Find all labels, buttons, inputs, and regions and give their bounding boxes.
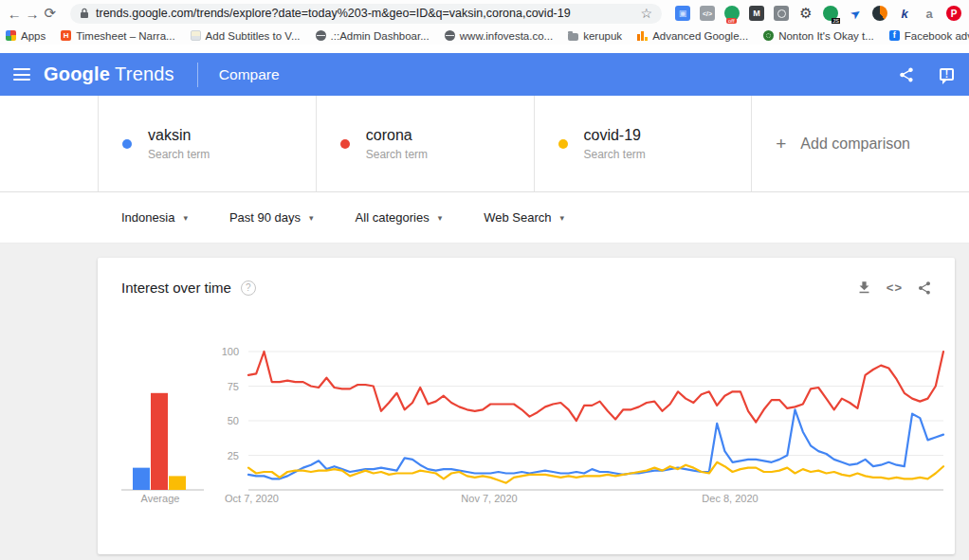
bookmark-admin-dashboard[interactable]: .::Admin Dashboar... [316, 30, 430, 42]
filter-time-range[interactable]: Past 90 days ▾ [229, 210, 314, 225]
comparison-row: vaksin Search term corona Search term co… [0, 96, 969, 192]
plus-icon: + [776, 134, 786, 154]
bookmark-add-subtitles[interactable]: Add Subtitles to V... [191, 30, 301, 42]
gear-extension-icon[interactable] [798, 6, 814, 21]
embed-code-icon[interactable]: <> [887, 280, 903, 295]
url-bar[interactable]: trends.google.com/trends/explore?date=to… [70, 4, 662, 24]
subtitles-favicon-icon [191, 30, 201, 41]
interest-over-time-card: Interest over time ? <> 255075100Average… [98, 258, 955, 554]
filter-category[interactable]: All categories ▾ [356, 210, 443, 225]
svg-text:75: 75 [228, 381, 239, 392]
bookmark-label: Timesheet – Narra... [76, 30, 174, 42]
mail-extension-icon[interactable] [749, 6, 764, 21]
term-subtitle: Search term [366, 148, 428, 161]
svg-text:Nov 7, 2020: Nov 7, 2020 [461, 493, 517, 504]
trends-header: Google Trends Compare [0, 53, 969, 96]
apps-grid-icon [6, 30, 16, 41]
bookmark-advanced-google[interactable]: Advanced Google... [637, 30, 748, 42]
bookmark-nonton[interactable]: Nonton It's Okay t... [763, 30, 874, 42]
bookmark-infovesta[interactable]: www.infovesta.co... [445, 30, 553, 42]
share-icon[interactable] [898, 66, 915, 83]
bookmark-label: .::Admin Dashboar... [331, 30, 430, 42]
reload-icon[interactable]: ⟳ [41, 5, 59, 22]
menu-icon[interactable] [0, 68, 44, 81]
add-comparison-button[interactable]: + Add comparison [751, 96, 969, 191]
page-title: Compare [219, 66, 280, 83]
term-card-covid-19[interactable]: covid-19 Search term [534, 96, 752, 191]
feedback-icon[interactable] [940, 68, 954, 81]
filter-label: All categories [356, 210, 430, 225]
bookmark-label: Add Subtitles to V... [206, 30, 301, 42]
term-name: covid-19 [584, 127, 646, 144]
analytics-favicon-icon [637, 30, 648, 41]
bookmark-folder-kerupuk[interactable]: kerupuk [568, 30, 622, 42]
spacer [0, 96, 98, 191]
logo-google-text: Google [44, 63, 110, 85]
bookmark-label: Advanced Google... [652, 30, 748, 42]
filters-bar: Indonesia ▾ Past 90 days ▾ All categorie… [0, 192, 969, 244]
browser-toolbar: ← → ⟳ trends.google.com/trends/explore?d… [0, 0, 969, 27]
svg-text:100: 100 [222, 346, 239, 357]
adblock-off-extension-icon[interactable] [724, 6, 740, 21]
term-card-vaksin[interactable]: vaksin Search term [98, 96, 316, 191]
bookmark-label: www.infovesta.co... [460, 30, 553, 42]
card-extension-icon[interactable] [675, 6, 690, 21]
filter-search-type[interactable]: Web Search ▾ [484, 210, 564, 225]
series-dot-corona-icon [340, 139, 350, 149]
camera-extension-icon[interactable] [774, 6, 789, 21]
svg-text:50: 50 [228, 415, 239, 426]
pin-extension-icon[interactable] [897, 6, 912, 21]
back-icon[interactable]: ← [6, 6, 24, 22]
bookmark-facebook-ads[interactable]: Facebook advertis... [889, 30, 969, 42]
header-divider [197, 63, 198, 87]
bookmark-label: Apps [21, 30, 46, 42]
logo-trends-text: Trends [115, 63, 174, 85]
panel-share-icon[interactable] [917, 280, 932, 296]
panel-title: Interest over time [121, 280, 231, 296]
term-card-corona[interactable]: corona Search term [316, 96, 534, 191]
term-name: corona [366, 127, 428, 144]
bookmarks-bar: Apps Timesheet – Narra... Add Subtitles … [0, 27, 969, 45]
term-subtitle: Search term [584, 148, 646, 161]
timesheet-favicon-icon [61, 30, 71, 41]
url-text: trends.google.com/trends/explore?date=to… [96, 7, 634, 20]
letter-a-extension-icon[interactable] [922, 6, 937, 21]
facebook-favicon-icon [889, 30, 900, 41]
bookmark-label: Facebook advertis... [905, 30, 969, 42]
bookmark-apps[interactable]: Apps [6, 30, 46, 42]
series-dot-covid-19-icon [558, 139, 568, 149]
globe-favicon-icon [445, 30, 455, 41]
chevron-down-icon: ▾ [559, 213, 564, 223]
filter-label: Web Search [484, 210, 551, 225]
code-extension-icon[interactable] [700, 6, 715, 21]
chevron-down-icon: ▾ [438, 213, 443, 223]
series-dot-vaksin-icon [122, 139, 132, 149]
svg-text:Average: Average [141, 493, 180, 504]
pinterest-extension-icon[interactable] [946, 6, 961, 21]
film-favicon-icon [763, 30, 774, 41]
filter-label: Indonesia [121, 210, 174, 225]
globe-favicon-icon [316, 30, 326, 41]
extensions-row [675, 6, 961, 21]
lock-icon [80, 8, 89, 19]
swirl-extension-icon[interactable] [872, 6, 887, 21]
add-comparison-label: Add comparison [800, 135, 910, 153]
help-icon[interactable]: ? [241, 280, 256, 296]
download-icon[interactable] [856, 280, 872, 296]
svg-text:25: 25 [228, 450, 239, 461]
svg-text:Oct 7, 2020: Oct 7, 2020 [225, 493, 279, 504]
filter-region[interactable]: Indonesia ▾ [121, 210, 188, 225]
js-extension-icon[interactable] [823, 6, 838, 21]
chevron-down-icon: ▾ [309, 213, 314, 223]
google-trends-logo[interactable]: Google Trends [44, 63, 174, 85]
bookmark-label: Nonton It's Okay t... [778, 30, 874, 42]
arrow-extension-icon[interactable] [848, 6, 863, 21]
svg-text:Dec 8, 2020: Dec 8, 2020 [702, 493, 758, 504]
interest-over-time-chart[interactable]: 255075100AverageOct 7, 2020Nov 7, 2020De… [98, 301, 955, 552]
filter-label: Past 90 days [229, 210, 301, 225]
bookmark-timesheet[interactable]: Timesheet – Narra... [61, 30, 174, 42]
folder-icon [568, 33, 578, 41]
spacer [0, 45, 969, 53]
bookmark-star-icon[interactable]: ☆ [640, 6, 652, 21]
forward-icon[interactable]: → [24, 6, 42, 22]
